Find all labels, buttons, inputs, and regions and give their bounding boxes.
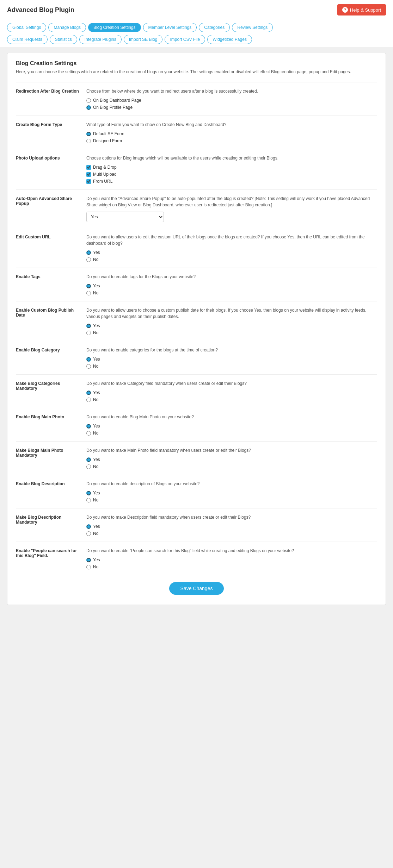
radio-group-enable_tags: YesNo	[86, 283, 377, 295]
radio-item-enable_description-0[interactable]: Yes	[86, 491, 377, 495]
radio-input-custom_publish_date-1[interactable]	[86, 331, 91, 335]
radio-group-edit_custom_url: YesNo	[86, 250, 377, 262]
radio-item-people_can_search-1[interactable]: No	[86, 564, 377, 569]
radio-input-enable_main_photo-1[interactable]	[86, 431, 91, 436]
nav-tab-review-settings[interactable]: Review Settings	[232, 23, 273, 32]
radio-item-redirection-1[interactable]: On Blog Profile Page	[86, 105, 377, 110]
nav-tab-integrate-plugins[interactable]: Integrate Plugins	[79, 35, 122, 44]
nav-tab-blog-creation-settings[interactable]: Blog Creation Settings	[88, 23, 141, 32]
checkbox-input-photo_upload-2[interactable]	[86, 179, 91, 184]
nav-tab-manage-blogs[interactable]: Manage Blogs	[48, 23, 86, 32]
radio-label-people_can_search-1: No	[93, 564, 98, 569]
setting-row-categories_mandatory: Make Blog Categories MandatoryDo you wan…	[16, 374, 377, 408]
app-title: Advanced Blog Plugin	[7, 6, 74, 14]
radio-item-main_photo_mandatory-1[interactable]: No	[86, 464, 377, 469]
radio-item-people_can_search-0[interactable]: Yes	[86, 557, 377, 562]
nav-tab-global-settings[interactable]: Global Settings	[7, 23, 46, 32]
radio-item-enable_main_photo-0[interactable]: Yes	[86, 424, 377, 429]
nav-row-1: Global SettingsManage BlogsBlog Creation…	[7, 23, 386, 35]
radio-item-edit_custom_url-0[interactable]: Yes	[86, 250, 377, 255]
radio-input-redirection-1[interactable]	[86, 105, 91, 110]
settings-rows: Redirection After Blog CreationChoose fr…	[16, 82, 377, 575]
radio-input-categories_mandatory-1[interactable]	[86, 398, 91, 402]
radio-input-categories_mandatory-0[interactable]	[86, 391, 91, 395]
radio-item-enable_tags-1[interactable]: No	[86, 291, 377, 295]
radio-item-edit_custom_url-1[interactable]: No	[86, 257, 377, 262]
setting-row-description_mandatory: Make Blog Description MandatoryDo you wa…	[16, 508, 377, 542]
radio-input-description_mandatory-1[interactable]	[86, 531, 91, 536]
nav-tab-categories[interactable]: Categories	[199, 23, 230, 32]
radio-item-enable_tags-0[interactable]: Yes	[86, 283, 377, 288]
setting-label-enable_tags: Enable Tags	[16, 274, 79, 295]
radio-input-enable_main_photo-0[interactable]	[86, 424, 91, 429]
setting-desc-form_type: What type of Form you want to show on Cr…	[86, 121, 377, 128]
nav-tab-claim-requests[interactable]: Claim Requests	[7, 35, 48, 44]
radio-input-main_photo_mandatory-0[interactable]	[86, 457, 91, 462]
radio-item-enable_main_photo-1[interactable]: No	[86, 431, 377, 436]
setting-row-custom_publish_date: Enable Custom Blog Publish DateDo you wa…	[16, 301, 377, 341]
radio-label-enable_main_photo-1: No	[93, 431, 98, 436]
radio-label-main_photo_mandatory-1: No	[93, 464, 98, 469]
radio-input-edit_custom_url-1[interactable]	[86, 257, 91, 262]
checkbox-group-photo_upload: Drag & DropMulti UploadFrom URL	[86, 165, 377, 184]
radio-item-custom_publish_date-0[interactable]: Yes	[86, 323, 377, 328]
radio-item-enable_category-0[interactable]: Yes	[86, 357, 377, 362]
radio-input-enable_category-0[interactable]	[86, 357, 91, 362]
radio-input-enable_category-1[interactable]	[86, 364, 91, 369]
nav-tab-import-se-blog[interactable]: Import SE Blog	[124, 35, 163, 44]
radio-input-form_type-0[interactable]	[86, 132, 91, 136]
radio-item-description_mandatory-0[interactable]: Yes	[86, 524, 377, 529]
radio-item-enable_description-1[interactable]: No	[86, 498, 377, 502]
setting-label-main_photo_mandatory: Make Blogs Main Photo Mandatory	[16, 447, 79, 469]
radio-input-description_mandatory-0[interactable]	[86, 524, 91, 529]
setting-label-form_type: Create Blog Form Type	[16, 121, 79, 143]
radio-item-main_photo_mandatory-0[interactable]: Yes	[86, 457, 377, 462]
radio-input-edit_custom_url-0[interactable]	[86, 250, 91, 255]
radio-item-form_type-1[interactable]: Designed Form	[86, 138, 377, 143]
radio-input-main_photo_mandatory-1[interactable]	[86, 464, 91, 469]
checkbox-input-photo_upload-0[interactable]	[86, 165, 91, 170]
nav-tab-import-csv-file[interactable]: Import CSV File	[165, 35, 205, 44]
nav-tab-member-level-settings[interactable]: Member Level Settings	[143, 23, 197, 32]
radio-label-categories_mandatory-0: Yes	[93, 390, 100, 395]
setting-content-photo_upload: Choose options for Blog Image which will…	[86, 155, 377, 184]
save-changes-button[interactable]: Save Changes	[169, 582, 224, 595]
radio-input-enable_description-1[interactable]	[86, 498, 91, 502]
setting-row-edit_custom_url: Edit Custom URLDo you want to allow user…	[16, 228, 377, 268]
radio-item-enable_category-1[interactable]: No	[86, 364, 377, 369]
setting-label-enable_description: Enable Blog Description	[16, 481, 79, 502]
checkbox-item-photo_upload-0[interactable]: Drag & Drop	[86, 165, 377, 170]
radio-item-categories_mandatory-1[interactable]: No	[86, 397, 377, 402]
setting-content-enable_description: Do you want to enable description of Blo…	[86, 481, 377, 502]
radio-item-description_mandatory-1[interactable]: No	[86, 531, 377, 536]
nav-tab-widgetized-pages[interactable]: Widgetized Pages	[207, 35, 252, 44]
radio-label-form_type-1: Designed Form	[93, 138, 122, 143]
setting-row-main_photo_mandatory: Make Blogs Main Photo MandatoryDo you wa…	[16, 441, 377, 475]
radio-label-form_type-0: Default SE Form	[93, 131, 124, 136]
nav-row-2: Claim RequestsStatisticsIntegrate Plugin…	[7, 35, 386, 47]
help-support-button[interactable]: ? Help & Support	[337, 4, 386, 15]
radio-input-enable_tags-0[interactable]	[86, 284, 91, 288]
checkbox-item-photo_upload-1[interactable]: Multi Upload	[86, 172, 377, 177]
radio-item-custom_publish_date-1[interactable]: No	[86, 330, 377, 335]
radio-input-people_can_search-0[interactable]	[86, 558, 91, 562]
radio-input-people_can_search-1[interactable]	[86, 565, 91, 569]
setting-content-enable_main_photo: Do you want to enable Blog Main Photo on…	[86, 414, 377, 436]
radio-input-custom_publish_date-0[interactable]	[86, 324, 91, 328]
radio-label-edit_custom_url-1: No	[93, 257, 98, 262]
dropdown-auto_open_popup[interactable]: YesNo	[86, 212, 164, 222]
radio-label-enable_category-1: No	[93, 364, 98, 369]
radio-input-enable_tags-1[interactable]	[86, 291, 91, 295]
checkbox-input-photo_upload-1[interactable]	[86, 172, 91, 177]
setting-desc-main_photo_mandatory: Do you want to make Main Photo field man…	[86, 447, 377, 454]
nav-tab-statistics[interactable]: Statistics	[50, 35, 77, 44]
radio-item-categories_mandatory-0[interactable]: Yes	[86, 390, 377, 395]
setting-content-main_photo_mandatory: Do you want to make Main Photo field man…	[86, 447, 377, 469]
radio-input-enable_description-0[interactable]	[86, 491, 91, 495]
radio-input-form_type-1[interactable]	[86, 139, 91, 143]
setting-content-people_can_search: Do you want to enable "People can search…	[86, 548, 377, 569]
radio-item-redirection-0[interactable]: On Blog Dashboard Page	[86, 98, 377, 103]
checkbox-item-photo_upload-2[interactable]: From URL	[86, 179, 377, 184]
radio-item-form_type-0[interactable]: Default SE Form	[86, 131, 377, 136]
radio-input-redirection-0[interactable]	[86, 98, 91, 103]
